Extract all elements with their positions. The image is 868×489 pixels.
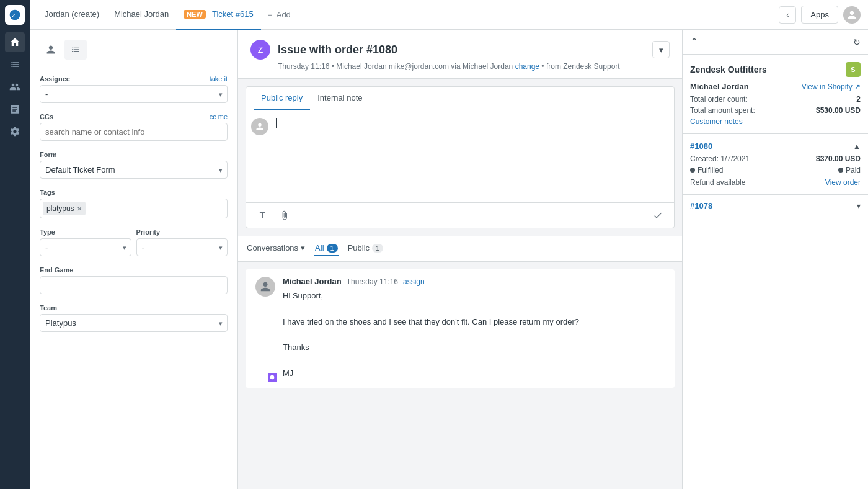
reply-editor[interactable] (273, 115, 669, 202)
team-select[interactable]: Platypus (40, 314, 228, 332)
message-source-badge (268, 373, 277, 382)
tags-label: Tags (40, 189, 55, 196)
ticket-timestamp: Thursday 11:16 (278, 62, 329, 71)
shopify-section: Zendesk Outfitters S Michael Jordan View… (683, 55, 868, 134)
refund-available-label: Refund available (690, 178, 745, 187)
team-field: Team Platypus (40, 304, 228, 332)
order-1078-section: #1078 ▾ (683, 195, 868, 217)
total-amount-label: Total amount spent: (690, 106, 755, 115)
order-1080-created-label: Created: 1/7/2021 (690, 155, 750, 163)
conv-all-badge: 1 (327, 244, 338, 253)
sidebar-item-reports[interactable] (5, 99, 25, 119)
order-1080-paid-status: Paid (838, 166, 861, 174)
sidebar-item-customers[interactable] (5, 77, 25, 97)
ticket-email: mike@jordan.com (389, 62, 449, 71)
take-it-link[interactable]: take it (210, 75, 228, 83)
add-icon: ＋ (266, 9, 274, 20)
ccs-input[interactable] (40, 123, 228, 141)
type-label: Type (40, 228, 55, 236)
conv-tabs: Conversations ▾ All 1 Public 1 (238, 236, 682, 262)
tab-add-button[interactable]: ＋ Add (261, 9, 296, 20)
assignee-label: Assignee (40, 75, 70, 83)
conv-tab-all[interactable]: All 1 (314, 241, 339, 256)
assign-link[interactable]: assign (403, 277, 425, 286)
cc-me-link[interactable]: cc me (210, 113, 228, 120)
assignee-select[interactable]: - (40, 85, 228, 103)
attach-button[interactable] (276, 207, 293, 224)
tab-nav-prev[interactable]: ‹ (779, 6, 796, 24)
panel-collapse-button[interactable]: ⌃ (690, 36, 698, 48)
form-select[interactable]: Default Ticket Form (40, 161, 228, 179)
tag-label: platypus (46, 204, 74, 213)
order-1080-header[interactable]: #1080 ▲ (690, 141, 861, 151)
type-select[interactable]: - (40, 238, 131, 256)
tab-ticket-615-label: Ticket #615 (212, 9, 254, 19)
total-amount-value: $530.00 USD (816, 106, 861, 115)
fulfilled-label: Fulfilled (698, 166, 723, 174)
sidebar-item-settings[interactable] (5, 122, 25, 141)
reply-area: Public reply Internal note (246, 86, 675, 228)
svg-point-2 (270, 375, 275, 379)
conv-dropdown-icon: ▾ (301, 243, 305, 253)
send-button[interactable] (649, 207, 666, 224)
context-tab-details[interactable] (64, 40, 87, 60)
view-order-link[interactable]: View order (825, 178, 861, 187)
sidebar-nav: Z (0, 0, 30, 489)
message-item: Michael Jordan Thursday 11:16 assign Hi … (246, 269, 675, 388)
ccs-field: CCs cc me (40, 113, 228, 141)
end-game-input[interactable] (40, 276, 228, 294)
message-author: Michael Jordan (283, 277, 342, 286)
ticket-via: via Michael Jordan (451, 62, 513, 71)
conv-tab-conversations[interactable]: Conversations ▾ (246, 241, 306, 256)
form-field: Form Default Ticket Form (40, 151, 228, 179)
ticket-icon-letter: Z (258, 45, 264, 55)
panel-refresh-button[interactable]: ↻ (853, 37, 861, 47)
user-avatar[interactable] (843, 6, 861, 24)
ticket-header: Z Issue with order #1080 ▾ Thursday 11:1… (238, 30, 682, 79)
customer-notes-link[interactable]: Customer notes (690, 117, 861, 126)
right-panel: ⌃ ↻ Zendesk Outfitters S Michael Jordan … (682, 30, 868, 489)
priority-select[interactable]: - (136, 238, 228, 256)
context-tab-user[interactable] (40, 40, 62, 60)
tab-ticket-615[interactable]: NEW Ticket #615 (176, 0, 260, 30)
conv-tab-public[interactable]: Public 1 (347, 241, 385, 256)
tags-container[interactable]: platypus ✕ (40, 199, 228, 218)
text-format-button[interactable]: T (254, 207, 271, 224)
tab-public-reply[interactable]: Public reply (254, 87, 310, 110)
conv-tab-conversations-label: Conversations (247, 243, 298, 253)
order-1078-header[interactable]: #1078 ▾ (690, 201, 861, 210)
conv-tab-public-label: Public (348, 243, 370, 253)
tab-jordan-create-label: Jordan (create) (45, 9, 99, 19)
add-label: Add (277, 10, 291, 19)
sidebar-item-home[interactable] (5, 32, 25, 52)
ticket-fields-panel: Assignee take it - CCs cc me (30, 30, 238, 489)
ticket-change-link[interactable]: change (515, 62, 539, 71)
order-1080-section: #1080 ▲ Created: 1/7/2021 $370.00 USD Fu… (683, 134, 868, 195)
message-content: Michael Jordan Thursday 11:16 assign Hi … (283, 277, 665, 380)
tag-remove-icon[interactable]: ✕ (77, 205, 82, 212)
order-1080-chevron: ▲ (853, 142, 861, 151)
order-1078-chevron: ▾ (857, 202, 861, 210)
apps-button[interactable]: Apps (801, 6, 838, 24)
reply-toolbar: T (246, 202, 674, 228)
end-game-label: End Game (40, 266, 73, 274)
tab-internal-note[interactable]: Internal note (310, 87, 370, 110)
order-1080-fulfilled-status: Fulfilled (690, 166, 723, 174)
priority-field: Priority - (136, 228, 228, 256)
ticket-dropdown-button[interactable]: ▾ (652, 41, 670, 58)
shopify-title: Zendesk Outfitters (690, 65, 767, 74)
tab-michael-jordan[interactable]: Michael Jordan (107, 0, 176, 30)
tag-platypus: platypus ✕ (43, 202, 86, 215)
message-time: Thursday 11:16 (347, 277, 398, 286)
type-priority-row: Type - Priority (40, 228, 228, 256)
sidebar-item-views[interactable] (5, 55, 25, 74)
view-in-shopify-link[interactable]: View in Shopify ↗ (802, 83, 861, 91)
shopify-logo: S (846, 62, 861, 77)
tab-jordan-create[interactable]: Jordan (create) (37, 0, 107, 30)
priority-label: Priority (136, 228, 161, 236)
assignee-field: Assignee take it - (40, 75, 228, 103)
customer-name: Michael Jordan (690, 82, 749, 91)
ticket-main: Z Issue with order #1080 ▾ Thursday 11:1… (238, 30, 682, 489)
reply-tabs: Public reply Internal note (246, 87, 674, 110)
tab-bar: Jordan (create) Michael Jordan NEW Ticke… (30, 0, 868, 30)
